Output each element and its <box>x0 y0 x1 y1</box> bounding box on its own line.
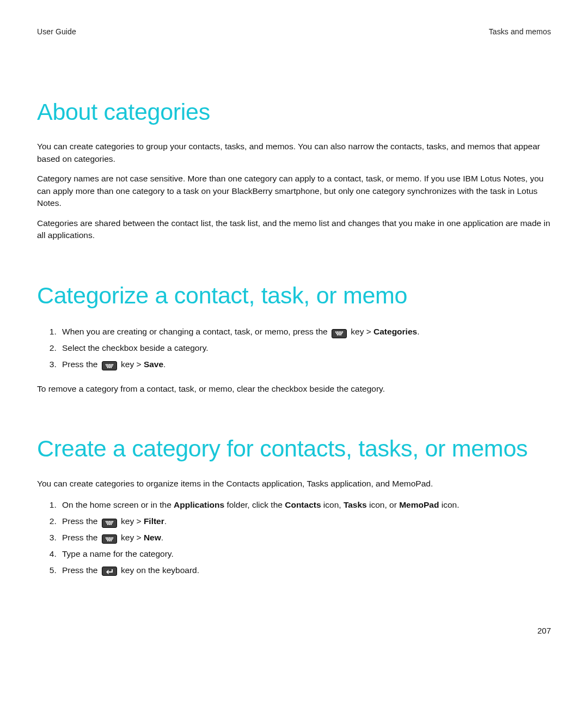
step-text: key > <box>119 533 144 542</box>
body-text: You can create categories to organize it… <box>37 478 551 490</box>
svg-point-12 <box>106 364 107 365</box>
heading-about-categories: About categories <box>37 99 551 125</box>
svg-point-41 <box>106 539 107 540</box>
step-bold: New <box>144 533 161 542</box>
header-left: User Guide <box>37 27 76 36</box>
svg-point-27 <box>111 521 112 522</box>
menu-key-icon <box>102 534 117 544</box>
step-text: key > <box>119 360 144 369</box>
svg-point-46 <box>109 540 110 541</box>
svg-point-17 <box>106 366 107 367</box>
step-bold: Filter <box>144 516 164 526</box>
list-item: Type a name for the category. <box>59 546 551 563</box>
list-item: When you are creating or changing a cont… <box>59 324 551 340</box>
svg-point-31 <box>109 522 111 524</box>
svg-point-25 <box>107 521 108 522</box>
body-text: Categories are shared between the contac… <box>37 217 551 242</box>
svg-point-22 <box>109 367 110 368</box>
svg-point-23 <box>111 367 112 368</box>
header-right: Tasks and memos <box>489 27 551 36</box>
page-header: User Guide Tasks and memos <box>37 27 551 36</box>
svg-point-21 <box>107 367 108 368</box>
svg-point-20 <box>111 366 112 367</box>
svg-point-9 <box>337 334 338 335</box>
step-text: key on the keyboard. <box>119 565 199 575</box>
list-item: Press the key > Save. <box>59 357 551 373</box>
svg-point-40 <box>112 537 113 538</box>
svg-point-42 <box>108 539 109 540</box>
svg-point-45 <box>107 540 108 541</box>
svg-point-24 <box>106 521 107 522</box>
step-bold: Save <box>144 360 163 369</box>
svg-point-32 <box>111 522 112 524</box>
svg-point-11 <box>340 334 341 335</box>
page-number: 207 <box>537 626 551 635</box>
svg-point-43 <box>109 539 111 540</box>
body-text: You can create categories to group your … <box>37 141 551 165</box>
step-bold: Contacts <box>285 500 321 509</box>
svg-point-19 <box>109 366 111 367</box>
svg-point-0 <box>335 331 336 332</box>
step-bold: MemoPad <box>399 500 439 509</box>
step-text: . <box>163 360 166 369</box>
step-text: icon, or <box>367 500 399 509</box>
step-text: Press the <box>62 533 100 542</box>
list-item: Press the key > Filter. <box>59 514 551 530</box>
svg-point-28 <box>112 521 113 522</box>
step-text: Press the <box>62 516 100 526</box>
ordered-list: When you are creating or changing a cont… <box>37 324 551 373</box>
step-text: Select the checkbox beside a category. <box>62 343 209 352</box>
svg-point-7 <box>339 333 340 334</box>
step-text: Press the <box>62 360 100 369</box>
svg-point-47 <box>111 540 112 541</box>
svg-point-1 <box>337 331 338 332</box>
heading-create-category: Create a category for contacts, tasks, o… <box>37 435 551 462</box>
heading-categorize: Categorize a contact, task, or memo <box>37 282 551 309</box>
step-text: . <box>161 533 163 542</box>
step-text: When you are creating or changing a cont… <box>62 327 330 336</box>
step-bold: Applications <box>174 500 224 509</box>
body-text: To remove a category from a contact, tas… <box>37 383 551 395</box>
menu-key-icon <box>102 519 117 528</box>
svg-point-15 <box>111 364 112 365</box>
step-bold: Categories <box>373 327 417 336</box>
step-text: On the home screen or in the <box>62 500 174 509</box>
step-text: key > <box>348 327 373 336</box>
step-text: icon, <box>321 500 344 509</box>
svg-point-3 <box>340 331 341 332</box>
svg-point-10 <box>339 334 340 335</box>
svg-point-26 <box>109 521 110 522</box>
step-text: . <box>417 327 419 336</box>
svg-point-14 <box>109 364 110 365</box>
svg-point-29 <box>106 522 107 524</box>
step-bold: Tasks <box>344 500 367 509</box>
step-text: icon. <box>439 500 459 509</box>
svg-point-16 <box>112 364 113 365</box>
list-item: Select the checkbox beside a category. <box>59 340 551 357</box>
svg-point-4 <box>342 331 343 332</box>
svg-point-30 <box>108 522 109 524</box>
ordered-list: On the home screen or in the Application… <box>37 497 551 579</box>
document-page: User Guide Tasks and memos About categor… <box>0 0 588 706</box>
menu-key-icon <box>332 329 347 338</box>
list-item: Press the key on the keyboard. <box>59 563 551 579</box>
enter-key-icon <box>102 567 117 576</box>
svg-point-34 <box>109 524 110 525</box>
step-text: Press the <box>62 565 100 575</box>
svg-point-35 <box>111 524 112 525</box>
svg-point-33 <box>107 524 108 525</box>
list-item: Press the key > New. <box>59 530 551 546</box>
svg-point-18 <box>108 366 109 367</box>
svg-point-8 <box>341 333 342 334</box>
step-text: Type a name for the category. <box>62 549 174 558</box>
svg-point-38 <box>109 537 110 538</box>
step-text: . <box>164 516 167 526</box>
svg-point-44 <box>111 539 112 540</box>
svg-point-39 <box>111 537 112 538</box>
body-text: Category names are not case sensitive. M… <box>37 173 551 209</box>
svg-point-2 <box>339 331 340 332</box>
svg-point-5 <box>336 333 337 334</box>
step-text: key > <box>119 516 144 526</box>
step-text: folder, click the <box>224 500 285 509</box>
svg-point-36 <box>106 537 107 538</box>
